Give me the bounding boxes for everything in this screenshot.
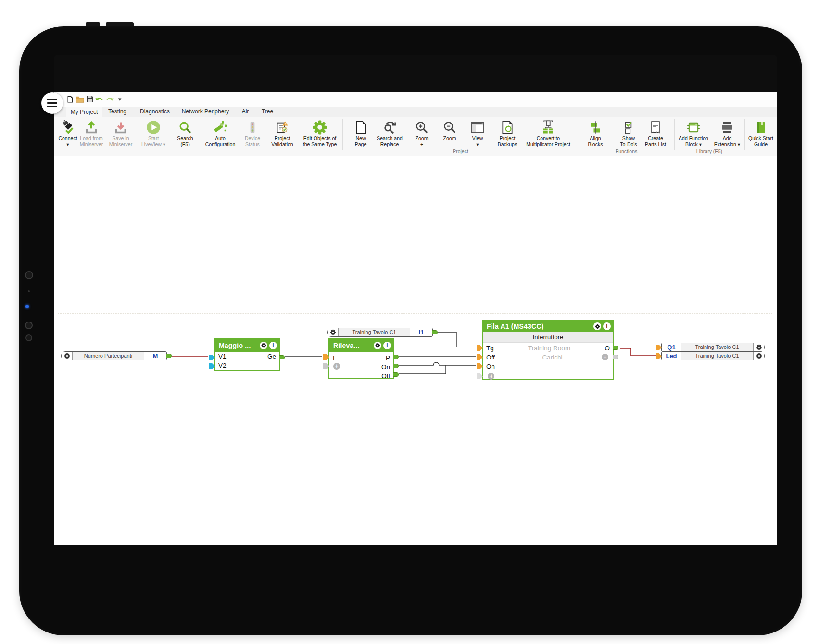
output-block-q1[interactable]: Q1 Training Tavolo C1 <box>661 343 765 352</box>
tab-testing[interactable]: Testing <box>103 107 131 116</box>
block-settings-button[interactable] <box>260 342 267 349</box>
show-todos-icon <box>622 119 635 136</box>
input-label-v1: V1 <box>218 352 227 361</box>
input-connector-off[interactable] <box>477 354 483 360</box>
output-connector-ge[interactable] <box>279 355 285 359</box>
button-label: Convert to Multiplicator Project <box>526 136 570 148</box>
output-connector-extra[interactable] <box>613 355 618 359</box>
output-connector[interactable] <box>432 330 438 334</box>
tab-my-project[interactable]: My Project <box>66 107 102 117</box>
input-connector-extra[interactable] <box>477 373 483 379</box>
input-connector-i[interactable] <box>323 354 329 360</box>
input-connector-v1[interactable] <box>209 355 215 360</box>
output-connector-off[interactable] <box>393 372 399 377</box>
ribbon-button-view[interactable]: View ▾ <box>467 119 488 150</box>
sensor-dot <box>28 290 30 292</box>
add-input-button[interactable]: + <box>488 373 494 380</box>
ribbon-button-project-validation[interactable]: Project Validation <box>267 119 298 150</box>
input-label-off: Off <box>486 353 495 362</box>
ribbon-button-auto-configuration[interactable]: Auto Configuration <box>200 119 241 150</box>
input-connector-on[interactable] <box>477 363 483 369</box>
ribbon-button-project-backups[interactable]: Project Backups <box>494 119 521 150</box>
output-block-led[interactable]: Led Training Tavolo C1 <box>661 351 765 360</box>
tab-air[interactable]: Air <box>236 107 255 116</box>
tab-diagnostics[interactable]: Diagnostics <box>135 107 175 116</box>
search-and-replace-icon <box>383 119 396 136</box>
ribbon-button-save-in-miniserver[interactable]: Save in Miniserver <box>106 119 135 150</box>
block-room-label: Training Room <box>528 344 570 353</box>
new-file-icon[interactable] <box>65 94 75 104</box>
input-ref-port: I1 <box>410 328 432 336</box>
input-ref-port: M <box>144 352 166 360</box>
ribbon-button-device-status[interactable]: Device Status <box>240 119 265 150</box>
input-block-training-tavolo-c1[interactable]: Training Tavolo C1 I1 <box>327 328 433 337</box>
ribbon-button-create-parts-list[interactable]: Create Parts List <box>641 119 670 150</box>
ribbon-button-search-f5[interactable]: Search (F5) <box>173 119 198 150</box>
ribbon-button-load-from-miniserver[interactable]: Load from Miniserver <box>76 119 107 150</box>
button-label: Start LiveView ▾ <box>141 136 165 148</box>
open-folder-icon[interactable] <box>75 94 85 104</box>
output-connector-o[interactable] <box>613 346 618 350</box>
output-connector[interactable] <box>166 354 172 358</box>
input-label-i: I <box>333 353 335 362</box>
ribbon-button-zoom-in[interactable]: Zoom + <box>411 119 432 150</box>
block-subtitle: Interruttore <box>483 332 613 343</box>
camera-dot <box>25 271 33 279</box>
tab-network-periphery[interactable]: Network Periphery <box>177 107 234 116</box>
group-divider <box>579 119 579 150</box>
undo-icon[interactable] <box>94 94 104 104</box>
input-connector-v2[interactable] <box>209 363 215 369</box>
add-output-button[interactable]: + <box>602 354 608 360</box>
group-label-library: Library (F5) <box>674 149 744 155</box>
block-settings-button[interactable] <box>754 343 764 351</box>
start-liveview-icon <box>146 119 161 136</box>
redo-icon[interactable] <box>105 94 114 104</box>
input-connector[interactable] <box>656 345 662 350</box>
block-title: Fila A1 (MS43CC) <box>487 322 592 330</box>
ribbon-button-add-function-block[interactable]: Add Function Block ▾ <box>674 119 713 150</box>
input-ref-label: Training Tavolo C1 <box>338 328 410 336</box>
block-info-button[interactable]: i <box>603 322 611 330</box>
ribbon-button-new-page[interactable]: New Page <box>351 119 370 150</box>
button-label: Add Function Block ▾ <box>679 136 708 148</box>
input-connector[interactable] <box>656 353 662 359</box>
output-connector-on[interactable] <box>393 364 399 368</box>
output-connector-p[interactable] <box>393 355 399 359</box>
save-icon[interactable] <box>85 94 95 104</box>
ribbon-button-quick-start-guide[interactable]: Quick Start Guide <box>745 119 777 150</box>
ribbon-button-zoom-out[interactable]: Zoom - <box>439 119 460 150</box>
ribbon-button-search-and-replace[interactable]: Search and Replace <box>372 119 407 150</box>
input-connector-tg[interactable] <box>477 345 483 351</box>
add-input-button[interactable]: + <box>333 363 340 370</box>
ribbon-button-start-liveview[interactable]: Start LiveView ▾ <box>136 119 171 150</box>
ribbon-button-add-extension[interactable]: Add Extension ▾ <box>710 119 744 150</box>
customize-toolbar-icon[interactable] <box>115 94 125 104</box>
ribbon-button-align-blocks[interactable]: Align Blocks <box>584 119 606 150</box>
block-settings-button[interactable] <box>328 328 338 336</box>
function-block-maggio[interactable]: Maggio ... i V1Ge V2 <box>214 338 280 371</box>
block-settings-button[interactable] <box>62 352 72 360</box>
add-extension-icon <box>720 119 734 136</box>
tab-tree[interactable]: Tree <box>255 107 280 116</box>
button-label: Add Extension ▾ <box>714 136 740 148</box>
input-block-numero-partecipanti[interactable]: Numero Partecipanti M <box>61 351 167 360</box>
input-connector-extra[interactable] <box>323 363 329 369</box>
block-settings-button[interactable] <box>374 342 381 349</box>
ribbon-button-convert-multiplicator[interactable]: Convert to Multiplicator Project <box>520 119 577 150</box>
connect-icon <box>61 119 75 136</box>
block-info-button[interactable]: i <box>383 342 391 349</box>
ribbon-toolbar: Connect ▾ Load from Miniserver Save in M… <box>54 117 777 156</box>
ribbon-button-show-todos[interactable]: Show To-Do's <box>615 119 642 150</box>
block-category-label: Carichi <box>542 353 562 362</box>
ribbon-tabs: My Project Testing Diagnostics Network P… <box>54 107 777 117</box>
function-block-rileva[interactable]: Rileva... i IP On Off + <box>328 338 394 379</box>
main-menu-button[interactable] <box>41 92 63 114</box>
ribbon-button-edit-objects[interactable]: Edit Objects of the Same Type <box>298 119 342 150</box>
save-in-miniserver-icon <box>114 119 127 136</box>
block-settings-button[interactable] <box>754 352 764 360</box>
button-label: Project Validation <box>271 136 293 148</box>
function-block-fila-a1[interactable]: Fila A1 (MS43CC) i Interruttore TgTraini… <box>482 320 614 380</box>
block-info-button[interactable]: i <box>269 342 277 349</box>
add-function-block-icon <box>686 119 701 136</box>
block-settings-button[interactable] <box>593 322 601 330</box>
